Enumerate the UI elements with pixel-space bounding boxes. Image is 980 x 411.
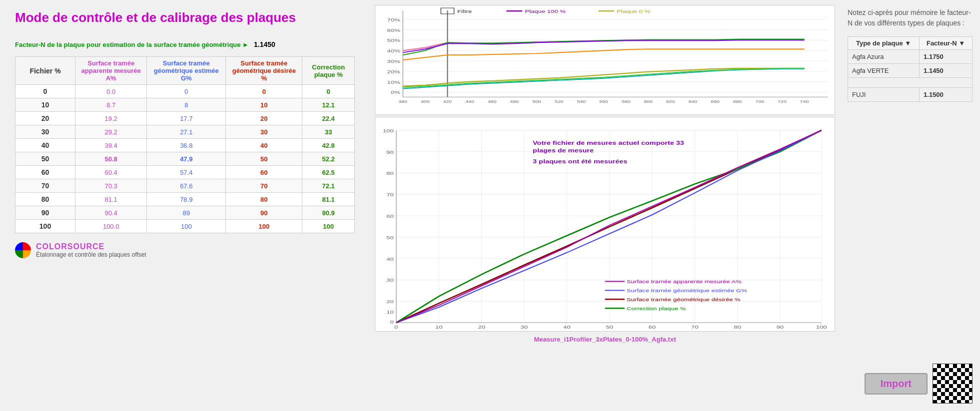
cell-fichier: 0 xyxy=(15,85,75,98)
facteur-value: 1.1450 xyxy=(254,40,275,48)
svg-text:80: 80 xyxy=(386,170,394,176)
import-section: Import xyxy=(848,364,973,404)
cell-sa: 70.3 xyxy=(75,179,147,193)
svg-text:50: 50 xyxy=(386,234,394,240)
footer-subtitle: Étalonnage et contrôle des plaques offse… xyxy=(36,251,146,258)
svg-text:700: 700 xyxy=(756,99,765,104)
cell-sg: 67.6 xyxy=(147,179,226,193)
cell-sd: 40 xyxy=(226,139,302,152)
svg-text:640: 640 xyxy=(689,99,698,104)
table-row: 70 70.3 67.6 70 72.1 xyxy=(15,179,355,193)
svg-text:40%: 40% xyxy=(387,48,400,53)
cell-sd: 80 xyxy=(226,193,302,206)
cell-sa: 19.2 xyxy=(75,112,147,125)
plate-name: FUJI xyxy=(848,88,920,102)
col-header-type: Type de plaque ▼ xyxy=(848,37,920,50)
table-row: 30 29.2 27.1 30 33 xyxy=(15,125,355,139)
facteur-label: Facteur-N de la plaque pour estimation d… xyxy=(15,40,355,48)
svg-text:380: 380 xyxy=(398,99,407,104)
spectral-chart: 70% 60% 50% 40% 30% 20% 10% 0% xyxy=(375,5,835,115)
cell-sg: 47.9 xyxy=(147,152,226,166)
table-row: 40 39.4 36.8 40 42.8 xyxy=(15,139,355,152)
col-header-facteur: Facteur-N ▼ xyxy=(920,37,973,50)
cell-sd: 60 xyxy=(226,166,302,179)
cell-fichier: 70 xyxy=(15,179,75,193)
svg-text:50: 50 xyxy=(606,324,613,330)
right-panel: Notez ci-après pour mémoire le facteur-N… xyxy=(840,0,980,411)
svg-rect-0 xyxy=(375,5,835,114)
plate-value: 1.1500 xyxy=(920,88,973,102)
svg-text:10: 10 xyxy=(386,309,394,315)
svg-text:60: 60 xyxy=(649,324,656,330)
table-row: 80 81.1 78.9 80 81.1 xyxy=(15,193,355,206)
table-row: 90 90.4 89 90 90.9 xyxy=(15,206,355,220)
svg-text:10%: 10% xyxy=(387,79,400,84)
footer-area: COLORSOURCE Étalonnage et contrôle des p… xyxy=(15,242,355,258)
svg-text:400: 400 xyxy=(421,99,430,104)
import-button[interactable]: Import xyxy=(865,373,928,395)
svg-text:0: 0 xyxy=(394,324,398,330)
svg-text:520: 520 xyxy=(555,99,564,104)
cell-corr: 100 xyxy=(302,220,355,233)
svg-text:20: 20 xyxy=(386,299,394,304)
plate-table-row: Agfa VERTE 1.1450 xyxy=(848,64,973,78)
cell-corr: 52.2 xyxy=(302,152,355,166)
cell-corr: 90.9 xyxy=(302,206,355,220)
svg-text:680: 680 xyxy=(733,99,742,104)
cell-sg: 36.8 xyxy=(147,139,226,152)
cell-sd: 50 xyxy=(226,152,302,166)
svg-text:20%: 20% xyxy=(387,68,400,74)
cell-fichier: 30 xyxy=(15,125,75,139)
plate-image xyxy=(933,364,973,404)
svg-text:0%: 0% xyxy=(391,89,400,95)
svg-text:Plaque 100 %: Plaque 100 % xyxy=(525,8,566,13)
table-row: 100 100.0 100 100 100 xyxy=(15,220,355,233)
cell-corr: 0 xyxy=(302,85,355,98)
cell-sa: 60.4 xyxy=(75,166,147,179)
svg-text:480: 480 xyxy=(510,99,519,104)
svg-text:90: 90 xyxy=(386,149,394,154)
cell-fichier: 80 xyxy=(15,193,75,206)
cell-fichier: 10 xyxy=(15,98,75,112)
svg-text:0: 0 xyxy=(390,319,394,325)
svg-text:70: 70 xyxy=(386,192,394,197)
svg-text:40: 40 xyxy=(563,324,571,330)
cell-sg: 0 xyxy=(147,85,226,98)
cell-fichier: 90 xyxy=(15,206,75,220)
svg-text:500: 500 xyxy=(532,99,541,104)
plate-table-row: FUJI 1.1500 xyxy=(848,88,973,102)
table-row: 10 8.7 8 10 12.1 xyxy=(15,98,355,112)
logo-text: COLORSOURCE xyxy=(36,242,146,251)
cell-sd: 100 xyxy=(226,220,302,233)
svg-text:Surface tramée géométrique est: Surface tramée géométrique estimée G% xyxy=(627,288,747,293)
svg-text:30: 30 xyxy=(386,277,394,283)
plate-table-row: Agfa Azura 1.1750 xyxy=(848,50,973,64)
svg-text:10: 10 xyxy=(435,324,443,330)
calibration-table: Fichier % Surface tramée apparente mesur… xyxy=(15,56,355,233)
svg-text:Correction plaque %: Correction plaque % xyxy=(627,306,686,311)
plate-value: 1.1450 xyxy=(920,64,973,78)
cell-sg: 100 xyxy=(147,220,226,233)
svg-text:660: 660 xyxy=(711,99,720,104)
svg-text:Surface tramée géométrique dés: Surface tramée géométrique désirée % xyxy=(627,297,741,302)
svg-text:Filtre: Filtre xyxy=(457,8,472,13)
svg-text:620: 620 xyxy=(666,99,675,104)
svg-text:30: 30 xyxy=(521,324,528,330)
svg-text:plages de mesure: plages de mesure xyxy=(533,147,594,153)
page-title: Mode de contrôle et de calibrage des pla… xyxy=(15,10,355,25)
col-header-sa: Surface tramée apparente mesurée A% xyxy=(75,57,147,85)
svg-text:Surface tramée apparente mesur: Surface tramée apparente mesurée A% xyxy=(627,279,742,284)
svg-text:50%: 50% xyxy=(387,37,400,43)
svg-text:60: 60 xyxy=(386,213,394,219)
svg-text:60%: 60% xyxy=(387,27,400,32)
col-header-sd: Surface tramée géométrique désirée % xyxy=(226,57,302,85)
cell-sa: 8.7 xyxy=(75,98,147,112)
svg-text:40: 40 xyxy=(386,256,394,261)
table-row: 60 60.4 57.4 60 62.5 xyxy=(15,166,355,179)
cell-fichier: 40 xyxy=(15,139,75,152)
svg-text:70: 70 xyxy=(691,324,699,330)
cell-sd: 30 xyxy=(226,125,302,139)
cell-corr: 42.8 xyxy=(302,139,355,152)
cell-sg: 17.7 xyxy=(147,112,226,125)
col-header-corr: Correction plaque % xyxy=(302,57,355,85)
